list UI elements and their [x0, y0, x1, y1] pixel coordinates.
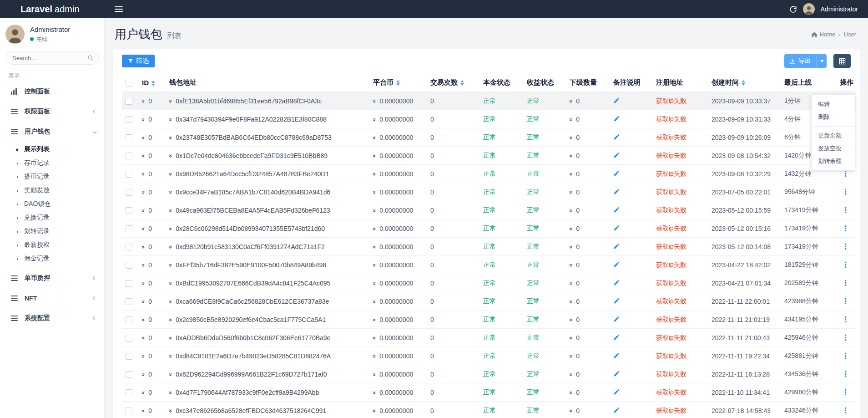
sidebar-item[interactable]: 权限面板 [0, 102, 104, 122]
row-actions-icon[interactable]: ⋮ [840, 406, 851, 415]
sidebar-subitem[interactable]: ◑奖励发放 [0, 184, 104, 197]
sidebar-item[interactable]: 系统配置 [0, 308, 104, 328]
column-header[interactable]: 交易次数 [427, 74, 479, 92]
table-row[interactable]: »0 »0x98DB526621a64Dec5cfD324857A487B3FB… [122, 165, 856, 183]
sidebar-subitem[interactable]: ◑最新授权 [0, 238, 104, 252]
expand-icon[interactable]: » [140, 227, 147, 230]
table-row[interactable]: »0 »0xd84C9101E2a6D7e7b49023eD58285C81D8… [122, 347, 856, 365]
expand-icon[interactable]: » [371, 281, 378, 285]
column-header[interactable]: 收益状态 [523, 74, 566, 92]
expand-icon[interactable]: » [371, 154, 378, 157]
row-actions-icon[interactable]: ⋮ [840, 188, 851, 196]
expand-icon[interactable]: » [167, 245, 174, 248]
sidebar-subitem[interactable]: ◑DAO锁仓 [0, 197, 104, 211]
filter-button[interactable]: 筛选 [122, 55, 155, 67]
column-header[interactable]: 最后上线 [781, 74, 836, 92]
table-row[interactable]: »0 »0x1Dc7e04dc804636ebbcedeFa9FD31c9E51… [122, 147, 856, 165]
expand-icon[interactable]: » [167, 172, 174, 175]
navbar-username[interactable]: Administrator [821, 5, 858, 13]
sidebar-toggle-icon[interactable] [115, 6, 123, 12]
expand-icon[interactable]: » [140, 336, 147, 339]
row-checkbox[interactable] [126, 353, 132, 360]
expand-icon[interactable]: » [371, 190, 378, 194]
sort-icon[interactable] [151, 81, 155, 86]
expand-icon[interactable]: » [140, 409, 147, 412]
row-actions-icon[interactable]: ⋮ [840, 260, 851, 269]
expand-icon[interactable]: » [167, 117, 174, 121]
expand-icon[interactable]: » [140, 99, 147, 102]
expand-icon[interactable]: » [140, 281, 147, 285]
row-actions-icon[interactable]: ⋮ [840, 388, 851, 397]
select-all-checkbox[interactable] [126, 80, 132, 87]
row-actions-icon[interactable]: ⋮ [840, 242, 851, 251]
sidebar-subitem[interactable]: ◑提币记录 [0, 170, 104, 184]
table-row[interactable]: »0 »0xBdC19953092707E666CdB39dA4c841F25C… [122, 274, 856, 292]
table-row[interactable]: »0 »0x49ca963Ef75BCEBa8E4A5F4cEAB5Fd326b… [122, 201, 856, 219]
row-checkbox[interactable] [126, 408, 132, 414]
edit-icon[interactable] [613, 170, 620, 177]
expand-icon[interactable]: » [568, 190, 575, 194]
row-checkbox[interactable] [126, 116, 132, 123]
edit-icon[interactable] [613, 115, 620, 122]
edit-icon[interactable] [613, 370, 620, 377]
sidebar-subitem[interactable]: ◑划转记录 [0, 224, 104, 238]
row-checkbox[interactable] [126, 335, 132, 342]
sidebar-subitem[interactable]: ●展示列表 [0, 143, 104, 156]
expand-icon[interactable]: » [371, 263, 378, 266]
column-settings-button[interactable] [833, 54, 851, 68]
sidebar-item[interactable]: 单币质押 [0, 268, 104, 288]
expand-icon[interactable]: » [568, 227, 575, 230]
expand-icon[interactable]: » [371, 336, 378, 339]
edit-icon[interactable] [613, 224, 620, 231]
sidebar-item[interactable]: 控制面板 [0, 82, 104, 102]
table-row[interactable]: »0 »0xc347e86265b8a6528efFBDC63d46375182… [122, 402, 856, 418]
column-header[interactable]: 下级数量 [566, 74, 610, 92]
row-menu-item[interactable]: 编辑 [812, 98, 855, 111]
expand-icon[interactable]: » [371, 209, 378, 212]
row-actions-icon[interactable]: ⋮ [840, 297, 851, 306]
row-actions-icon[interactable]: ⋮ [840, 224, 851, 233]
row-checkbox[interactable] [126, 262, 132, 269]
row-actions-icon[interactable]: ⋮ [840, 370, 851, 378]
expand-icon[interactable]: » [568, 136, 575, 139]
expand-icon[interactable]: » [371, 391, 378, 394]
edit-icon[interactable] [613, 261, 620, 268]
expand-icon[interactable]: » [167, 336, 174, 339]
column-header[interactable]: 钱包地址 [166, 74, 369, 92]
expand-icon[interactable]: » [167, 391, 174, 394]
row-actions-icon[interactable]: ⋮ [840, 279, 851, 287]
row-menu-item[interactable]: 更新余额 [812, 129, 855, 142]
table-row[interactable]: »0 »0x28C6c06298d514Db089934071355E5743b… [122, 219, 856, 238]
table-row[interactable]: »0 »0xca669dCE8f9CaCa6c256828CbE612CE367… [122, 292, 856, 311]
table-row[interactable]: »0 »0x4d7F1790644Af787933c9fF0e2cff9a9B4… [122, 383, 856, 402]
row-menu-item[interactable]: 发放空投 [812, 142, 855, 155]
edit-icon[interactable] [613, 334, 620, 341]
expand-icon[interactable]: » [568, 300, 575, 303]
row-checkbox[interactable] [126, 244, 132, 250]
edit-icon[interactable] [613, 243, 620, 250]
row-checkbox[interactable] [126, 134, 132, 141]
row-actions-icon[interactable]: ⋮ [840, 315, 851, 324]
expand-icon[interactable]: » [140, 136, 147, 139]
user-avatar[interactable] [803, 3, 815, 15]
expand-icon[interactable]: » [371, 318, 378, 321]
edit-icon[interactable] [613, 407, 620, 413]
expand-icon[interactable]: » [140, 172, 147, 175]
column-header[interactable]: 备注说明 [610, 74, 652, 92]
column-header[interactable]: 注册地址 [652, 74, 708, 92]
row-actions-icon[interactable]: ⋮ [840, 206, 851, 214]
row-checkbox[interactable] [126, 280, 132, 287]
row-checkbox[interactable] [126, 153, 132, 159]
expand-icon[interactable]: » [140, 263, 147, 266]
edit-icon[interactable] [613, 133, 620, 140]
expand-icon[interactable]: » [568, 99, 575, 102]
expand-icon[interactable]: » [140, 300, 147, 303]
export-button[interactable]: 导出 [784, 54, 817, 68]
edit-icon[interactable] [613, 188, 620, 195]
expand-icon[interactable]: » [167, 318, 174, 321]
expand-icon[interactable]: » [371, 136, 378, 139]
sidebar-subitem[interactable]: ◑佣金记录 [0, 252, 104, 265]
expand-icon[interactable]: » [568, 354, 575, 357]
expand-icon[interactable]: » [568, 263, 575, 266]
expand-icon[interactable]: » [167, 409, 174, 412]
